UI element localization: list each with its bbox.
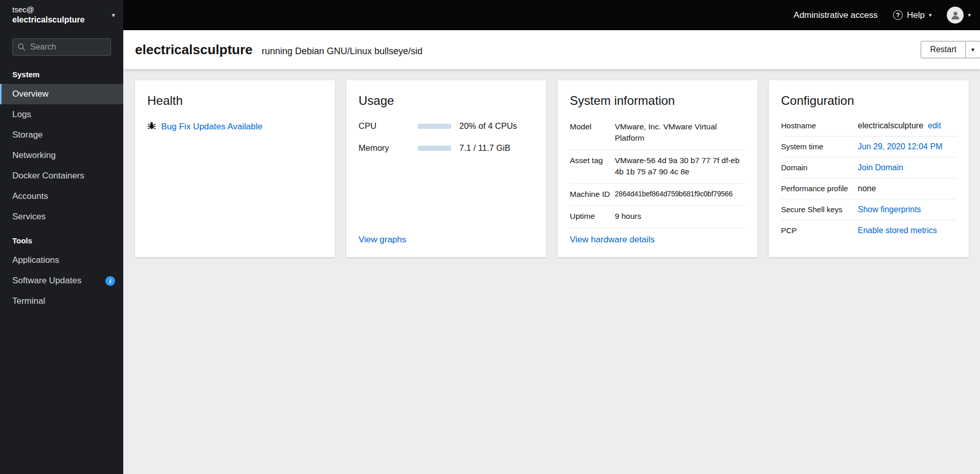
nav-item-label: Networking bbox=[12, 150, 56, 161]
nav-item-label: Accounts bbox=[12, 191, 48, 201]
pcp-row: PCP Enable stored metrics bbox=[781, 220, 956, 241]
system-time-label: System time bbox=[781, 142, 858, 151]
search-icon bbox=[17, 43, 26, 53]
host-title-group: electricalsculpture running Debian GNU/L… bbox=[135, 42, 422, 58]
bug-fix-updates-link[interactable]: Bug Fix Updates Available bbox=[161, 122, 262, 132]
performance-profile-row: Performance profile none bbox=[781, 178, 956, 199]
domain-row: Domain Join Domain bbox=[781, 157, 956, 178]
asset-tag-value: VMware-56 4d 9a 30 b7 77 7f df-eb 4b 1b … bbox=[615, 155, 745, 178]
page-title: electricalsculpture bbox=[135, 42, 253, 58]
health-item: Bug Fix Updates Available bbox=[147, 121, 323, 132]
pcp-label: PCP bbox=[781, 226, 858, 235]
view-graphs-link[interactable]: View graphs bbox=[359, 235, 534, 245]
usage-card: Usage CPU 20% of 4 CPUs Memory 7.1 / bbox=[346, 80, 546, 257]
memory-usage-value: 7.1 / 11.7 GiB bbox=[459, 143, 534, 153]
avatar bbox=[947, 7, 964, 24]
sidebar-item-accounts[interactable]: Accounts bbox=[0, 186, 123, 207]
restart-button[interactable]: Restart bbox=[921, 41, 966, 58]
restart-dropdown-toggle[interactable]: ▾ bbox=[965, 41, 980, 58]
nav-item-label: Storage bbox=[12, 130, 43, 140]
enable-stored-metrics-link[interactable]: Enable stored metrics bbox=[858, 226, 937, 235]
sidebar-item-overview[interactable]: Overview bbox=[0, 84, 123, 104]
main-column: Administrative access ? Help ▾ ▾ bbox=[123, 0, 980, 474]
machine-id-row: Machine ID 2864d41bef864d759b681f9c0bf79… bbox=[570, 184, 745, 206]
memory-usage-row: Memory 7.1 / 11.7 GiB bbox=[359, 143, 534, 153]
sidebar-item-applications[interactable]: Applications bbox=[0, 250, 123, 270]
performance-profile-value: none bbox=[858, 184, 876, 193]
secure-shell-keys-label: Secure Shell keys bbox=[781, 205, 858, 214]
view-hardware-details-link[interactable]: View hardware details bbox=[570, 235, 745, 245]
asset-tag-label: Asset tag bbox=[570, 155, 615, 178]
memory-label: Memory bbox=[359, 143, 418, 153]
os-subtitle: running Debian GNU/Linux bullseye/sid bbox=[262, 46, 422, 57]
uptime-value: 9 hours bbox=[615, 211, 745, 222]
memory-progress-bar bbox=[418, 146, 451, 151]
machine-id-value: 2864d41bef864d759b681f9c0bf79566 bbox=[615, 189, 745, 200]
info-icon: i bbox=[105, 276, 115, 286]
sidebar-item-logs[interactable]: Logs bbox=[0, 104, 123, 125]
hostname-row: Hostname electricalsculpture edit bbox=[781, 121, 956, 137]
nav-item-label: Overview bbox=[12, 89, 49, 99]
chevron-down-icon: ▾ bbox=[929, 12, 932, 18]
system-time-link[interactable]: Jun 29, 2020 12:04 PM bbox=[858, 142, 942, 151]
sidebar-nav: System Overview Logs Storage Networking … bbox=[0, 61, 123, 311]
configuration-card: Configuration Hostname electricalsculptu… bbox=[769, 80, 969, 257]
host-block: tsec@ electricalsculpture bbox=[12, 5, 84, 25]
cpu-label: CPU bbox=[359, 121, 418, 131]
help-menu-button[interactable]: ? Help ▾ bbox=[893, 10, 932, 20]
uptime-row: Uptime 9 hours bbox=[570, 206, 745, 228]
domain-label: Domain bbox=[781, 163, 858, 172]
question-circle-icon: ? bbox=[893, 10, 903, 20]
nav-item-label: Logs bbox=[12, 109, 31, 120]
sidebar-item-software-updates[interactable]: Software Updates i bbox=[0, 270, 123, 291]
secure-shell-keys-row: Secure Shell keys Show fingerprints bbox=[781, 199, 956, 220]
configuration-title: Configuration bbox=[781, 94, 956, 108]
sidebar: tsec@ electricalsculpture ▾ System Overv… bbox=[0, 0, 123, 474]
sidebar-item-terminal[interactable]: Terminal bbox=[0, 291, 123, 311]
join-domain-link[interactable]: Join Domain bbox=[858, 163, 903, 172]
cpu-usage-value: 20% of 4 CPUs bbox=[459, 121, 534, 131]
usage-card-title: Usage bbox=[359, 94, 534, 108]
system-information-card: System information Model VMware, Inc. VM… bbox=[558, 80, 758, 257]
hostname-edit-link[interactable]: edit bbox=[928, 121, 941, 130]
sidebar-item-storage[interactable]: Storage bbox=[0, 125, 123, 145]
app-root: tsec@ electricalsculpture ▾ System Overv… bbox=[0, 0, 980, 474]
chevron-down-icon: ▾ bbox=[971, 46, 974, 53]
help-label: Help bbox=[907, 10, 925, 20]
search-input[interactable] bbox=[12, 38, 111, 56]
nav-section-tools: Tools bbox=[0, 227, 123, 250]
uptime-label: Uptime bbox=[570, 211, 615, 222]
model-row: Model VMware, Inc. VMware Virtual Platfo… bbox=[570, 121, 745, 150]
sidebar-username: tsec@ bbox=[12, 5, 84, 15]
show-fingerprints-link[interactable]: Show fingerprints bbox=[858, 205, 921, 214]
administrative-access-label: Administrative access bbox=[794, 10, 878, 20]
sidebar-item-networking[interactable]: Networking bbox=[0, 145, 123, 166]
masthead: Administrative access ? Help ▾ ▾ bbox=[123, 0, 980, 30]
asset-tag-row: Asset tag VMware-56 4d 9a 30 b7 77 7f df… bbox=[570, 150, 745, 184]
sidebar-item-services[interactable]: Services bbox=[0, 207, 123, 227]
nav-item-label: Services bbox=[12, 212, 46, 222]
model-value: VMware, Inc. VMware Virtual Platform bbox=[615, 121, 745, 144]
page-content: Health bbox=[123, 69, 980, 474]
sidebar-hostname: electricalsculpture bbox=[12, 15, 84, 25]
machine-id-label: Machine ID bbox=[570, 189, 615, 200]
host-switcher[interactable]: tsec@ electricalsculpture ▾ bbox=[0, 0, 123, 30]
system-time-row: System time Jun 29, 2020 12:04 PM bbox=[781, 137, 956, 157]
nav-item-label: Software Updates bbox=[12, 276, 81, 286]
health-card: Health bbox=[135, 80, 335, 257]
sidebar-search bbox=[12, 38, 111, 56]
system-information-title: System information bbox=[570, 94, 745, 108]
health-card-title: Health bbox=[147, 94, 323, 108]
chevron-down-icon: ▾ bbox=[112, 11, 115, 19]
nav-item-label: Docker Containers bbox=[12, 171, 84, 181]
hostname-label: Hostname bbox=[781, 121, 858, 130]
sidebar-item-docker-containers[interactable]: Docker Containers bbox=[0, 166, 123, 186]
session-menu-button[interactable]: ▾ bbox=[947, 7, 971, 24]
chevron-down-icon: ▾ bbox=[968, 12, 971, 18]
nav-item-label: Applications bbox=[12, 255, 59, 265]
administrative-access-button[interactable]: Administrative access bbox=[794, 10, 878, 20]
nav-section-system: System bbox=[0, 61, 123, 84]
page-header: electricalsculpture running Debian GNU/L… bbox=[123, 30, 980, 69]
model-label: Model bbox=[570, 121, 615, 144]
restart-split-button: Restart ▾ bbox=[921, 41, 980, 58]
